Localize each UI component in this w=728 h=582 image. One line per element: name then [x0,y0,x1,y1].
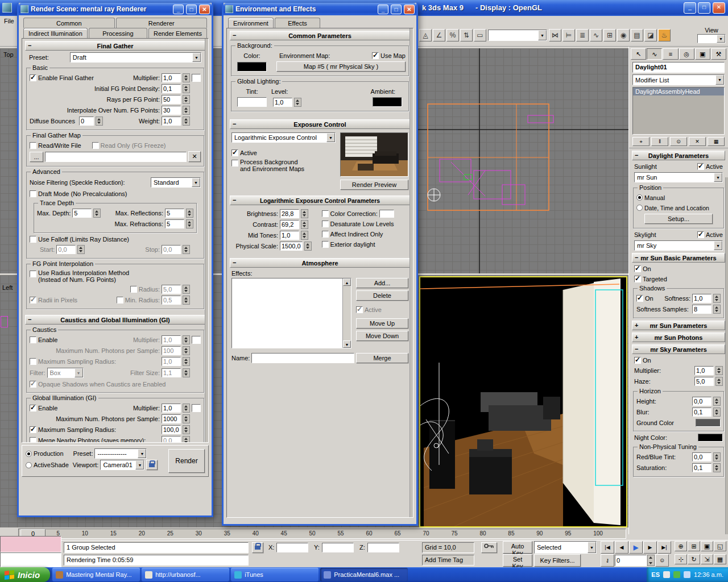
gi-photons-field[interactable]: 1000 [162,414,181,423]
sky-haze-field[interactable]: 5,0 [694,377,714,386]
mid-tones-field[interactable]: 1,0 [280,231,299,240]
main-minimize-button[interactable]: _ [684,2,696,14]
physical-scale-spinner[interactable] [304,242,312,251]
read-write-file-checkbox[interactable] [30,142,36,149]
gi-enable-checkbox[interactable] [30,405,36,411]
background-color-swatch[interactable] [237,62,267,72]
sky-type-dropdown[interactable]: mr Sky▼ [634,240,723,251]
exposure-control-dropdown[interactable]: Logarithmic Exposure Control▼ [231,132,336,143]
modifier-list-dropdown[interactable]: Modifier List▼ [632,74,725,85]
caustics-filter-size-spinner[interactable] [183,368,190,377]
add-time-tag[interactable]: Add Time Tag [422,555,474,566]
display-tab-icon[interactable]: ▣ [695,48,710,60]
merge-photons-spinner[interactable] [183,436,190,443]
task-mastering-mental-ray[interactable]: Mastering Mental Ray... [52,568,140,581]
radius-field[interactable]: 5,0 [162,285,181,294]
quick-render-icon[interactable]: ♨ [658,29,671,41]
z-field[interactable] [367,543,399,552]
arc-rotate-icon[interactable]: ↻ [688,554,700,564]
affect-indirect-checkbox[interactable] [322,231,329,238]
create-tab-icon[interactable]: ↖ [631,48,646,60]
go-to-start-icon[interactable]: |◀ [601,541,614,554]
sun-type-dropdown[interactable]: mr Sun▼ [634,172,723,182]
tab-common[interactable]: Common [23,18,115,28]
environment-dialog-titlebar[interactable]: Environment and Effects _ □ ✕ [224,3,416,15]
merge-photons-field[interactable]: 0,0 [162,436,181,443]
fg-bounces-field[interactable]: 0 [79,117,94,126]
rollout-final-gather[interactable]: −Final Gather [25,41,205,51]
percent-snap-icon[interactable]: % [446,29,459,41]
render-button[interactable]: Render [168,449,205,473]
zoom-extents-icon[interactable]: ▣ [701,541,713,551]
sky-haze-spinner[interactable] [715,377,723,386]
object-name-field[interactable]: Daylight01 [632,62,725,73]
edit-named-selections-icon[interactable]: ▭ [474,29,486,41]
color-correction-checkbox[interactable] [322,210,329,217]
material-editor-icon[interactable]: ◉ [617,29,630,41]
effect-active-checkbox[interactable] [356,306,363,313]
align-icon[interactable]: ⊨ [562,29,575,41]
rollout-atmosphere[interactable]: −Atmosphere [230,258,410,268]
falloff-start-field[interactable]: 0,0 [56,245,76,254]
fg-map-clear-button[interactable]: ✕ [188,151,201,162]
rollout-caustics-gi[interactable]: −Caustics and Global Illumination (GI) [25,315,205,325]
radius-checkbox[interactable] [130,286,137,293]
level-spinner[interactable] [294,98,301,107]
manual-radio[interactable] [636,194,643,201]
fg-weight-spinner[interactable] [183,117,190,126]
schematic-view-icon[interactable]: ⊞ [603,29,616,41]
fg-interpolate-spinner[interactable] [183,106,190,115]
curve-editor-icon[interactable]: ∿ [590,29,602,41]
falloff-stop-field[interactable]: 0,0 [162,245,181,254]
render-close-button[interactable]: ✕ [199,5,210,14]
gi-sampling-radius-checkbox[interactable] [30,426,36,433]
environment-maximize-button[interactable]: □ [391,5,402,14]
play-icon[interactable]: ▶ [629,541,643,554]
min-radius-field[interactable]: 0,5 [162,296,181,305]
color-correction-swatch[interactable] [379,210,394,218]
scroll-down-icon[interactable]: ▼ [343,340,351,348]
zoom-icon[interactable]: ⊕ [675,541,687,551]
gi-color-swatch[interactable] [192,404,201,412]
scroll-up-icon[interactable]: ▲ [343,278,351,286]
min-radius-spinner[interactable] [183,296,190,305]
skylight-active-checkbox[interactable] [697,231,704,238]
caustics-multiplier-field[interactable]: 1,0 [162,335,181,344]
date-time-radio[interactable] [636,205,643,211]
sun-targeted-checkbox[interactable] [634,276,641,282]
rollout-mr-sun-photons[interactable]: +mr Sun Photons [632,332,725,342]
environment-map-button[interactable]: Map #5 ( mr Physical Sky ) [276,61,406,72]
render-scene-icon[interactable]: ▤ [631,29,643,41]
configure-modifier-sets-icon[interactable]: ▦ [708,137,725,146]
merge-button[interactable]: Merge [356,353,408,363]
use-map-checkbox[interactable] [372,52,379,59]
caustics-multiplier-spinner[interactable] [183,335,190,344]
environment-close-button[interactable]: ✕ [404,5,415,14]
stack-item-selected[interactable]: DaylightAssemblyHead [633,88,724,95]
utilities-tab-icon[interactable]: ⚒ [711,48,726,60]
next-frame-icon[interactable]: ▶ [643,541,657,554]
set-key-button[interactable]: Set Key [503,554,532,567]
rollout-exposure-control[interactable]: −Exposure Control [230,119,410,129]
fg-weight-field[interactable]: 1,0 [162,117,181,126]
task-practica-mental[interactable]: PracticaMental6.max ... [320,568,408,581]
rollout-common-parameters[interactable]: −Common Parameters [230,31,410,40]
render-dialog-titlebar[interactable]: Render Scene: mental ray Renderer _ □ ✕ [19,3,212,15]
snaps-toggle-icon[interactable]: ◬ [419,29,432,41]
caustics-sampling-radius-checkbox[interactable] [30,358,36,365]
auto-key-button[interactable]: Auto Key [503,541,532,554]
brightness-spinner[interactable] [301,209,308,218]
mid-tones-spinner[interactable] [301,231,308,240]
max-reflections-field[interactable]: 5 [165,209,184,218]
listener-macro-pane[interactable] [0,536,61,552]
sun-on-checkbox[interactable] [634,265,641,272]
go-to-end-icon[interactable]: ▶| [657,541,671,554]
language-indicator[interactable]: ES [651,571,660,578]
named-selection-dropdown[interactable]: ▼ [488,30,547,41]
fg-interpolate-field[interactable]: 30 [162,106,181,115]
hierarchy-tab-icon[interactable]: ≡ [663,48,678,60]
shadows-on-checkbox[interactable] [636,295,643,302]
tab-indirect-illumination[interactable]: Indirect Illumination [23,28,88,38]
render-minimize-button[interactable]: _ [173,5,184,14]
keyboard-override-button[interactable] [481,542,497,553]
